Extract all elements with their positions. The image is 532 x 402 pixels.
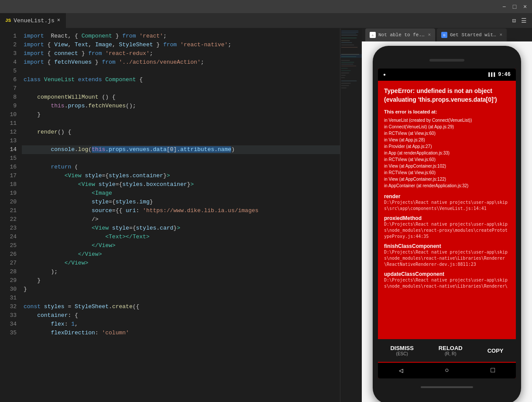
svg-rect-1 — [341, 31, 358, 31]
minimize-button[interactable]: − — [501, 3, 508, 10]
line-number-4: 4 — [0, 58, 22, 67]
file-tab[interactable]: JS VenueList.js × — [0, 13, 66, 28]
stack-path: D:\Projects\React native projects\user-a… — [384, 221, 510, 240]
code-line-18: <View style={styles.boxcontainer}> — [22, 180, 340, 189]
status-right: ▌▌▌ 9:46 — [488, 72, 511, 78]
line-numbers: 1234567891011121314151617181920212223242… — [0, 28, 22, 402]
minimap — [340, 28, 362, 402]
svg-rect-25 — [341, 88, 347, 88]
line-number-33: 33 — [0, 311, 22, 320]
stack-path: D:\Projects\React native projects\user-a… — [384, 199, 510, 212]
code-line-17: <View style={styles.container}> — [22, 172, 340, 180]
line-number-28: 28 — [0, 268, 22, 276]
line-number-26: 26 — [0, 250, 22, 259]
reload-shortcut: (R, R) — [439, 351, 463, 356]
line-number-6: 6 — [0, 76, 22, 84]
tab-label: VenueList.js — [14, 17, 55, 24]
code-line-28: ); — [22, 268, 340, 276]
line-number-35: 35 — [0, 329, 22, 337]
svg-rect-19 — [341, 73, 349, 73]
home-button[interactable]: ○ — [445, 367, 449, 375]
reload-button[interactable]: RELOAD (R, R) — [435, 343, 466, 358]
error-screen: TypeError: undefined is not an object (e… — [378, 81, 516, 339]
svg-rect-2 — [341, 32, 358, 33]
back-button[interactable]: ◁ — [399, 366, 403, 375]
stack-name: proxiedMethod — [384, 215, 510, 221]
svg-rect-11 — [341, 54, 359, 55]
phone-home-bar — [421, 386, 473, 388]
tab-actions: ⊡ ☰ — [511, 16, 532, 25]
panel-toggle-button[interactable]: ☰ — [519, 16, 529, 25]
js-icon: JS — [5, 18, 11, 23]
line-number-17: 17 — [0, 172, 22, 180]
stack-items: renderD:\Projects\React native projects\… — [384, 193, 510, 293]
code-line-6: class VenueList extends Component { — [22, 76, 340, 84]
copy-button[interactable]: COPY — [484, 346, 507, 356]
stack-path: D:\Projects\React native projects\user-a… — [384, 277, 510, 289]
svg-rect-17 — [341, 68, 348, 69]
line-number-2: 2 — [0, 41, 22, 49]
phone-speaker — [429, 59, 464, 62]
code-line-16: return ( — [22, 163, 340, 172]
status-time: 9:46 — [498, 72, 511, 78]
line-number-5: 5 — [0, 67, 22, 76]
code-line-12: render() { — [22, 128, 340, 137]
error-location: This error is located at: in VenueList (… — [384, 108, 510, 189]
location-line: in View (at AppContainer.js:122) — [384, 176, 510, 182]
location-line: in View (at AppContainer.js:102) — [384, 163, 510, 169]
browser-tab-2[interactable]: G Get Started with Debugg... × — [437, 28, 507, 41]
code-line-27: </View> — [22, 259, 340, 268]
phone-frame: ● ▌▌▌ 9:46 TypeError: undefined is not a… — [373, 46, 521, 402]
code-line-9: this.props.fetchVenues(); — [22, 102, 340, 110]
phone-status-bar: ● ▌▌▌ 9:46 — [378, 69, 516, 81]
code-line-24: <Text></Text> — [22, 233, 340, 241]
code-editor[interactable]: 1234567891011121314151617181920212223242… — [0, 28, 362, 402]
error-location-lines: in VenueList (created by Connect(VenueLi… — [384, 117, 510, 189]
location-line: in Provider (at App.js:27) — [384, 143, 510, 150]
line-number-32: 32 — [0, 302, 22, 311]
line-number-11: 11 — [0, 119, 22, 128]
line-number-3: 3 — [0, 49, 22, 58]
browser-tab-2-close[interactable]: × — [499, 32, 502, 38]
svg-rect-18 — [341, 70, 351, 71]
signal-icon: ▌▌▌ — [488, 72, 496, 77]
code-line-11 — [22, 119, 340, 128]
split-editor-button[interactable]: ⊡ — [511, 16, 518, 25]
main-content: 1234567891011121314151617181920212223242… — [0, 28, 532, 402]
status-left: ● — [383, 72, 386, 77]
recents-button[interactable]: □ — [491, 367, 495, 375]
error-title: TypeError: undefined is not an object (e… — [384, 87, 510, 104]
code-line-8: componentWillMount () { — [22, 93, 340, 102]
notification-icon: ● — [383, 72, 386, 77]
location-line: in AppContainer (at renderApplication.js… — [384, 182, 510, 189]
stack-item: renderD:\Projects\React native projects\… — [384, 193, 510, 212]
code-line-4: import { fetchVenues } from '../actions/… — [22, 58, 340, 67]
phone-top-bar — [378, 54, 516, 67]
maximize-button[interactable]: □ — [511, 3, 518, 10]
phone-nav-bar: ◁ ○ □ — [378, 363, 516, 378]
tab-close-icon[interactable]: × — [57, 17, 60, 24]
line-number-27: 27 — [0, 259, 22, 268]
favicon-2: G — [441, 32, 447, 38]
dismiss-button[interactable]: DISMISS (ESC) — [387, 343, 417, 358]
browser-tab-1[interactable]: ⚠ Not able to fe... × — [365, 28, 435, 41]
svg-rect-21 — [341, 77, 345, 78]
svg-rect-8 — [341, 45, 354, 45]
svg-rect-10 — [340, 54, 362, 58]
location-line: in RCTView (at View.js:60) — [384, 130, 510, 137]
close-button[interactable]: × — [522, 3, 529, 10]
tab-bar: JS VenueList.js × ⊡ ☰ — [0, 13, 532, 28]
svg-rect-7 — [341, 42, 352, 43]
stack-name: render — [384, 193, 510, 199]
code-line-26: </View> — [22, 250, 340, 259]
code-line-32: const styles = StyleSheet.create({ — [22, 302, 340, 311]
svg-rect-9 — [341, 47, 357, 48]
title-bar: − □ × — [0, 0, 532, 13]
code-line-22: /> — [22, 215, 340, 224]
right-panel: ⚠ Not able to fe... × G Get Started with… — [362, 28, 532, 402]
code-line-20: style={styles.img} — [22, 198, 340, 206]
reload-label: RELOAD — [439, 345, 463, 351]
line-number-23: 23 — [0, 224, 22, 233]
error-actions: DISMISS (ESC) RELOAD (R, R) COPY — [378, 339, 516, 362]
browser-tab-1-close[interactable]: × — [428, 32, 431, 38]
